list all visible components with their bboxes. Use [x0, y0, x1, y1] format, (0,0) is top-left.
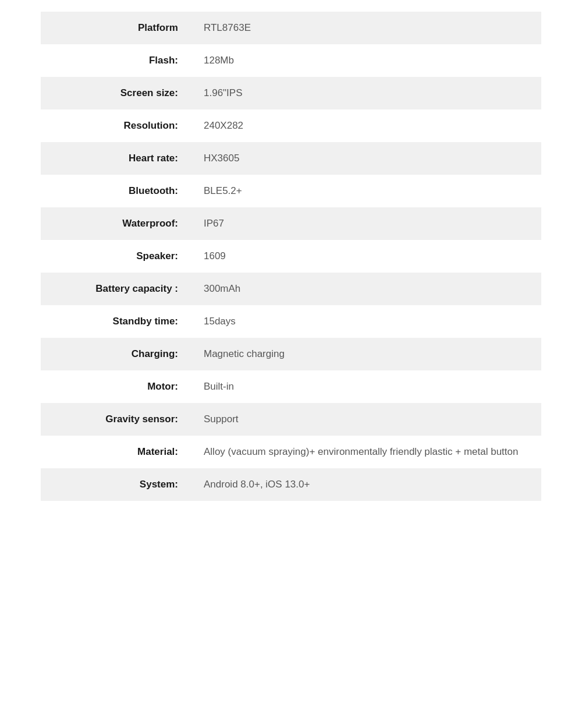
- spec-value: HX3605: [192, 142, 541, 175]
- spec-label: Screen size:: [41, 77, 192, 109]
- spec-value: Android 8.0+, iOS 13.0+: [192, 468, 541, 501]
- spec-label: Standby time:: [41, 305, 192, 338]
- table-row: Resolution:240X282: [41, 109, 541, 142]
- spec-label: Heart rate:: [41, 142, 192, 175]
- spec-value: 1.96"IPS: [192, 77, 541, 109]
- spec-label: Speaker:: [41, 240, 192, 273]
- spec-value: 15days: [192, 305, 541, 338]
- spec-value: Built-in: [192, 370, 541, 403]
- table-row: Screen size:1.96"IPS: [41, 77, 541, 109]
- table-row: Flash:128Mb: [41, 44, 541, 77]
- spec-value: Support: [192, 403, 541, 436]
- spec-value: 128Mb: [192, 44, 541, 77]
- spec-label: Gravity sensor:: [41, 403, 192, 436]
- spec-table: PlatformRTL8763EFlash:128MbScreen size:1…: [41, 12, 541, 501]
- spec-label: System:: [41, 468, 192, 501]
- spec-value: 300mAh: [192, 273, 541, 305]
- spec-label: Material:: [41, 436, 192, 468]
- spec-label: Motor:: [41, 370, 192, 403]
- spec-label: Battery capacity :: [41, 273, 192, 305]
- table-row: Standby time:15days: [41, 305, 541, 338]
- table-row: Waterproof:IP67: [41, 207, 541, 240]
- table-row: Material:Alloy (vacuum spraying)+ enviro…: [41, 436, 541, 468]
- spec-value: Magnetic charging: [192, 338, 541, 370]
- spec-label: Flash:: [41, 44, 192, 77]
- table-row: Gravity sensor:Support: [41, 403, 541, 436]
- table-row: Speaker:1609: [41, 240, 541, 273]
- table-row: Motor:Built-in: [41, 370, 541, 403]
- spec-value: 1609: [192, 240, 541, 273]
- spec-value: 240X282: [192, 109, 541, 142]
- table-row: PlatformRTL8763E: [41, 12, 541, 44]
- spec-label: Charging:: [41, 338, 192, 370]
- table-row: Battery capacity :300mAh: [41, 273, 541, 305]
- spec-label: Resolution:: [41, 109, 192, 142]
- spec-label: Platform: [41, 12, 192, 44]
- table-row: Charging:Magnetic charging: [41, 338, 541, 370]
- spec-label: Bluetooth:: [41, 175, 192, 207]
- table-row: Heart rate:HX3605: [41, 142, 541, 175]
- spec-value: BLE5.2+: [192, 175, 541, 207]
- table-row: System:Android 8.0+, iOS 13.0+: [41, 468, 541, 501]
- spec-value: RTL8763E: [192, 12, 541, 44]
- spec-value: Alloy (vacuum spraying)+ environmentally…: [192, 436, 541, 468]
- spec-value: IP67: [192, 207, 541, 240]
- table-row: Bluetooth:BLE5.2+: [41, 175, 541, 207]
- spec-label: Waterproof:: [41, 207, 192, 240]
